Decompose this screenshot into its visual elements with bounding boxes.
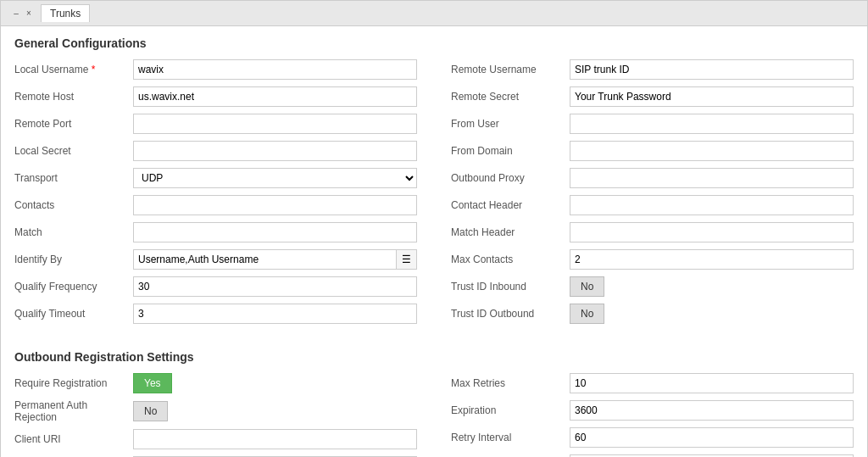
from-domain-input[interactable] <box>570 141 854 161</box>
require-registration-row: Require Registration Yes <box>14 372 417 394</box>
max-contacts-row: Max Contacts <box>451 248 854 270</box>
outbound-left-col: Require Registration Yes Permanent Auth … <box>14 372 417 457</box>
trust-id-outbound-label: Trust ID Outbound <box>451 308 570 320</box>
outbound-proxy-row: Outbound Proxy <box>451 167 854 189</box>
required-star: * <box>92 64 96 75</box>
remote-secret-label: Remote Secret <box>451 91 570 103</box>
remote-username-input[interactable] <box>570 59 854 80</box>
local-username-input[interactable] <box>133 59 417 80</box>
trust-id-inbound-button[interactable]: No <box>570 276 604 297</box>
remote-secret-input[interactable] <box>570 86 854 107</box>
client-uri-row: Client URI <box>14 428 417 450</box>
match-input[interactable] <box>133 222 417 242</box>
qualify-frequency-label: Qualify Frequency <box>14 281 133 293</box>
general-layout: Local Username * Remote Host Remote Port… <box>14 59 854 330</box>
transport-label: Transport <box>14 172 133 184</box>
local-secret-label: Local Secret <box>14 145 133 157</box>
main-content: General Configurations Local Username * … <box>1 26 867 457</box>
remote-port-row: Remote Port <box>14 113 417 135</box>
from-domain-label: From Domain <box>451 145 570 157</box>
minimize-button[interactable]: – <box>11 8 21 19</box>
trust-id-outbound-row: Trust ID Outbound No <box>451 303 854 325</box>
transport-row: Transport UDP TCP TLS <box>14 167 417 189</box>
outbound-proxy-label: Outbound Proxy <box>451 172 570 184</box>
remote-host-input[interactable] <box>133 86 417 107</box>
match-row: Match <box>14 221 417 243</box>
general-left-col: Local Username * Remote Host Remote Port… <box>14 59 417 330</box>
identify-by-label: Identify By <box>14 254 133 265</box>
match-header-row: Match Header <box>451 221 854 243</box>
require-registration-yes-button[interactable]: Yes <box>133 373 172 393</box>
forbidden-retry-interval-row: Forbidden Retry Interval <box>451 454 854 457</box>
remote-username-row: Remote Username <box>451 59 854 81</box>
remote-host-label: Remote Host <box>14 91 133 103</box>
transport-select[interactable]: UDP TCP TLS <box>133 168 417 188</box>
permanent-auth-rejection-label: Permanent Auth Rejection <box>14 399 133 423</box>
local-secret-input[interactable] <box>133 141 417 161</box>
trunks-tab[interactable]: Trunks <box>41 4 90 22</box>
match-header-label: Match Header <box>451 226 570 238</box>
qualify-frequency-input[interactable] <box>133 276 417 297</box>
permanent-auth-rejection-row: Permanent Auth Rejection No <box>14 399 417 423</box>
remote-port-label: Remote Port <box>14 118 133 130</box>
close-button[interactable]: × <box>24 8 34 19</box>
outbound-section-title: Outbound Registration Settings <box>14 350 854 364</box>
identify-by-row: Identify By ☰ <box>14 248 417 270</box>
match-header-input[interactable] <box>570 222 854 242</box>
client-uri-label: Client URI <box>14 433 133 445</box>
retry-interval-input[interactable] <box>570 427 854 448</box>
main-window: – × Trunks General Configurations Local … <box>0 0 868 457</box>
titlebar-controls: – × <box>11 8 34 19</box>
general-right-col: Remote Username Remote Secret From User … <box>451 59 854 330</box>
identify-by-control: ☰ <box>133 249 417 270</box>
expiration-label: Expiration <box>451 404 570 416</box>
require-registration-toggle: Yes <box>133 373 172 393</box>
trust-id-outbound-button[interactable]: No <box>570 304 604 324</box>
outbound-proxy-input[interactable] <box>570 168 854 188</box>
max-retries-label: Max Retries <box>451 377 570 389</box>
identify-by-input[interactable] <box>133 249 397 270</box>
remote-port-input[interactable] <box>133 114 417 134</box>
remote-host-row: Remote Host <box>14 86 417 108</box>
remote-username-label: Remote Username <box>451 64 570 75</box>
max-retries-row: Max Retries <box>451 372 854 394</box>
from-user-input[interactable] <box>570 114 854 134</box>
titlebar: – × Trunks <box>1 1 867 26</box>
permanent-auth-rejection-button[interactable]: No <box>133 401 168 421</box>
local-username-row: Local Username * <box>14 59 417 81</box>
contacts-input[interactable] <box>133 195 417 215</box>
contact-header-input[interactable] <box>570 195 854 215</box>
outbound-layout: Require Registration Yes Permanent Auth … <box>14 372 854 457</box>
trust-id-inbound-label: Trust ID Inbound <box>451 281 570 293</box>
max-contacts-input[interactable] <box>570 249 854 270</box>
qualify-timeout-input[interactable] <box>133 304 417 324</box>
expiration-input[interactable] <box>570 400 854 421</box>
require-registration-label: Require Registration <box>14 377 133 389</box>
max-contacts-label: Max Contacts <box>451 254 570 265</box>
match-label: Match <box>14 226 133 238</box>
outbound-right-col: Max Retries Expiration Retry Interval Fo… <box>451 372 854 457</box>
contact-header-row: Contact Header <box>451 194 854 216</box>
client-uri-input[interactable] <box>133 429 417 449</box>
from-domain-row: From Domain <box>451 140 854 162</box>
trust-id-inbound-row: Trust ID Inbound No <box>451 276 854 298</box>
contacts-row: Contacts <box>14 194 417 216</box>
expiration-row: Expiration <box>451 399 854 421</box>
remote-secret-row: Remote Secret <box>451 86 854 108</box>
qualify-timeout-label: Qualify Timeout <box>14 308 133 320</box>
identify-by-list-button[interactable]: ☰ <box>397 249 417 270</box>
retry-interval-row: Retry Interval <box>451 426 854 449</box>
local-username-label: Local Username * <box>14 64 133 75</box>
qualify-timeout-row: Qualify Timeout <box>14 303 417 325</box>
from-user-row: From User <box>451 113 854 135</box>
general-section-title: General Configurations <box>14 36 854 50</box>
qualify-frequency-row: Qualify Frequency <box>14 276 417 298</box>
retry-interval-label: Retry Interval <box>451 432 570 443</box>
max-retries-input[interactable] <box>570 373 854 393</box>
contact-header-label: Contact Header <box>451 199 570 211</box>
local-secret-row: Local Secret <box>14 140 417 162</box>
from-user-label: From User <box>451 118 570 130</box>
contacts-label: Contacts <box>14 199 133 211</box>
